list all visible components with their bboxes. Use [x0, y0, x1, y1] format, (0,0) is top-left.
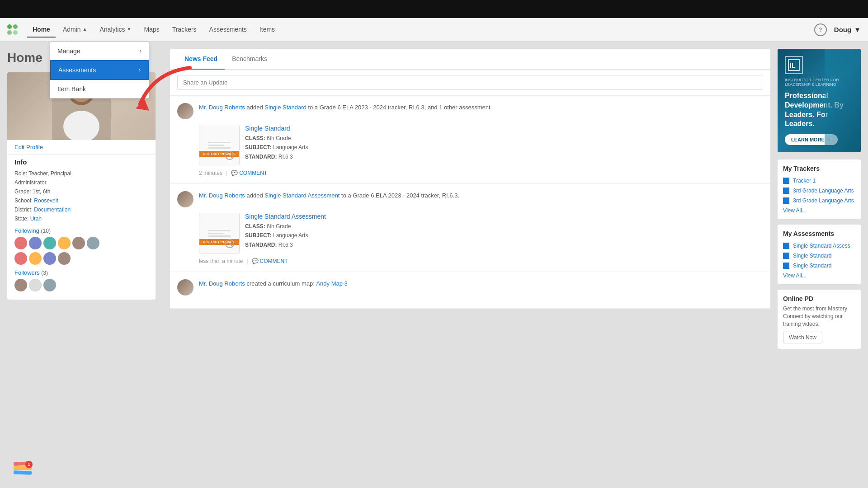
- tab-news-feed[interactable]: News Feed: [177, 49, 225, 70]
- avatar[interactable]: [58, 237, 71, 249]
- feed-item-link[interactable]: Single Standard Assessment: [264, 192, 340, 199]
- top-bar: [0, 0, 868, 18]
- tracker-item[interactable]: 3rd Grade Language Arts: [783, 186, 855, 196]
- followers-section-title[interactable]: Followers (3): [14, 269, 148, 276]
- admin-chevron-icon: ▲: [83, 27, 87, 32]
- feed-item: Mr. Doug Roberts created a curriculum ma…: [170, 272, 770, 309]
- feed-item-text: Mr. Doug Roberts added Single Standard t…: [199, 103, 492, 119]
- no-icon: [225, 239, 235, 249]
- avatar[interactable]: [87, 237, 99, 249]
- admin-dropdown-menu: Manage › Assessments › Item Bank: [50, 42, 149, 99]
- nav-home[interactable]: Home: [27, 22, 56, 38]
- feed-avatar: [177, 103, 193, 119]
- district-row: District: Documentation: [14, 206, 148, 214]
- thumb-lines: [208, 229, 231, 238]
- comment-button[interactable]: 💬 COMMENT: [252, 258, 288, 264]
- watch-now-button[interactable]: Watch Now: [783, 332, 822, 343]
- edit-profile-link[interactable]: Edit Profile: [7, 140, 156, 155]
- state-row: State: Utah: [14, 215, 148, 223]
- avatar[interactable]: [14, 237, 27, 249]
- following-section-title[interactable]: Following (10): [14, 227, 148, 234]
- tab-benchmarks[interactable]: Benchmarks: [225, 49, 274, 70]
- avatar[interactable]: [72, 237, 85, 249]
- assessment-info: Single Standard Assessment CLASS: 6th Gr…: [245, 213, 326, 253]
- dropdown-assessments[interactable]: Assessments ›: [50, 60, 149, 80]
- profile-info: Info Role: Teacher, Principal, Administr…: [7, 155, 156, 300]
- assessment-title[interactable]: Single Standard: [245, 125, 308, 132]
- district-link[interactable]: Documentation: [34, 206, 71, 213]
- feed-item-link[interactable]: Single Standard: [264, 104, 307, 111]
- state-link[interactable]: Utah: [30, 216, 42, 222]
- ad-logo: IL: [785, 56, 803, 74]
- dropdown-item-bank[interactable]: Item Bank: [50, 80, 149, 98]
- feed-author-link[interactable]: Mr. Doug Roberts: [199, 280, 245, 287]
- feed-item-text: Mr. Doug Roberts added Single Standard A…: [199, 191, 459, 207]
- nav-admin[interactable]: Admin ▲: [57, 22, 93, 38]
- app-logo[interactable]: [7, 24, 18, 35]
- badge-layers[interactable]: 1: [14, 462, 32, 474]
- info-title: Info: [14, 158, 148, 166]
- avatar[interactable]: [29, 279, 42, 291]
- feed-item-text: Mr. Doug Roberts created a curriculum ma…: [199, 279, 348, 296]
- view-all-trackers[interactable]: View All...: [783, 207, 855, 214]
- nav-maps[interactable]: Maps: [138, 22, 165, 38]
- assessments-arrow-icon: ›: [139, 67, 141, 73]
- assessment-preview: DISTRICT PRIVATE Single Standard CLASS: …: [199, 125, 763, 165]
- feed-author-link[interactable]: Mr. Doug Roberts: [199, 104, 245, 111]
- avatar[interactable]: [58, 252, 71, 265]
- avatar[interactable]: [29, 252, 42, 265]
- avatar[interactable]: [43, 279, 56, 291]
- role-row2: Administrator: [14, 178, 148, 187]
- nav-trackers[interactable]: Trackers: [167, 22, 202, 38]
- assessment-title[interactable]: Single Standard Assessment: [245, 213, 326, 220]
- school-link[interactable]: Roosevelt: [34, 197, 58, 204]
- svg-line-8: [227, 241, 233, 247]
- logo-dot-1: [7, 24, 12, 29]
- tracker-item[interactable]: Tracker 1: [783, 176, 855, 186]
- main-content: News Feed Benchmarks Mr. Doug Roberts ad…: [163, 42, 778, 488]
- feed-item-header: Mr. Doug Roberts added Single Standard A…: [177, 191, 763, 207]
- nav-analytics[interactable]: Analytics ▼: [94, 22, 137, 38]
- avatar[interactable]: [14, 279, 27, 291]
- assessment-item[interactable]: Single Standard: [783, 251, 855, 261]
- dropdown-manage[interactable]: Manage ›: [50, 42, 149, 60]
- nav-assessments[interactable]: Assessments: [204, 22, 252, 38]
- profile-card: Edit Profile Info Role: Teacher, Princip…: [7, 72, 156, 300]
- ad-background: [825, 49, 861, 152]
- nav-items[interactable]: Items: [254, 22, 280, 38]
- view-all-assessments[interactable]: View All...: [783, 272, 855, 279]
- feed-avatar: [177, 279, 193, 296]
- feed-item-header: Mr. Doug Roberts added Single Standard t…: [177, 103, 763, 119]
- tracker-item[interactable]: 3rd Grade Language Arts: [783, 196, 855, 206]
- assessment-item[interactable]: Single Standard Assess: [783, 241, 855, 251]
- feed-avatar: [177, 191, 193, 207]
- floating-badge[interactable]: 1: [14, 462, 32, 474]
- comment-button[interactable]: 💬 COMMENT: [231, 170, 267, 176]
- nav-items: Home Admin ▲ Analytics ▼ Maps Trackers A…: [27, 22, 814, 38]
- avatar[interactable]: [14, 252, 27, 265]
- grade-row: Grade: 1st, 6th: [14, 188, 148, 196]
- feed-author-link[interactable]: Mr. Doug Roberts: [199, 192, 245, 199]
- thumb-lines: [208, 141, 231, 150]
- assessment-meta: CLASS: 6th Grade SUBJECT: Language Arts …: [245, 222, 326, 249]
- assessment-thumbnail: DISTRICT PRIVATE: [199, 213, 240, 253]
- assessment-meta: CLASS: 6th Grade SUBJECT: Language Arts …: [245, 134, 308, 161]
- school-row: School: Roosevelt: [14, 197, 148, 205]
- navbar-right: ? Doug ▼: [814, 23, 861, 36]
- user-menu-button[interactable]: Doug ▼: [834, 26, 861, 33]
- help-button[interactable]: ?: [814, 23, 827, 36]
- my-trackers-section: My Trackers Tracker 1 3rd Grade Language…: [778, 160, 861, 219]
- ad-banner: IL Instructor Center for Leadership & Le…: [778, 49, 861, 152]
- feed-item-link[interactable]: Andy Map 3: [316, 280, 347, 287]
- feed-item: Mr. Doug Roberts added Single Standard t…: [170, 96, 770, 184]
- avatar[interactable]: [43, 252, 56, 265]
- share-input[interactable]: [177, 75, 763, 90]
- avatar[interactable]: [29, 237, 42, 249]
- assessment-item[interactable]: Single Standard: [783, 261, 855, 271]
- online-pd-description: Get the most from Mastery Connect by wat…: [783, 305, 855, 328]
- user-chevron-icon: ▼: [854, 26, 861, 33]
- user-name: Doug: [834, 26, 851, 33]
- left-sidebar: Home Edit Profile Info Role: Teacher, Pr…: [0, 42, 163, 488]
- assessment-info: Single Standard CLASS: 6th Grade SUBJECT…: [245, 125, 308, 165]
- avatar[interactable]: [43, 237, 56, 249]
